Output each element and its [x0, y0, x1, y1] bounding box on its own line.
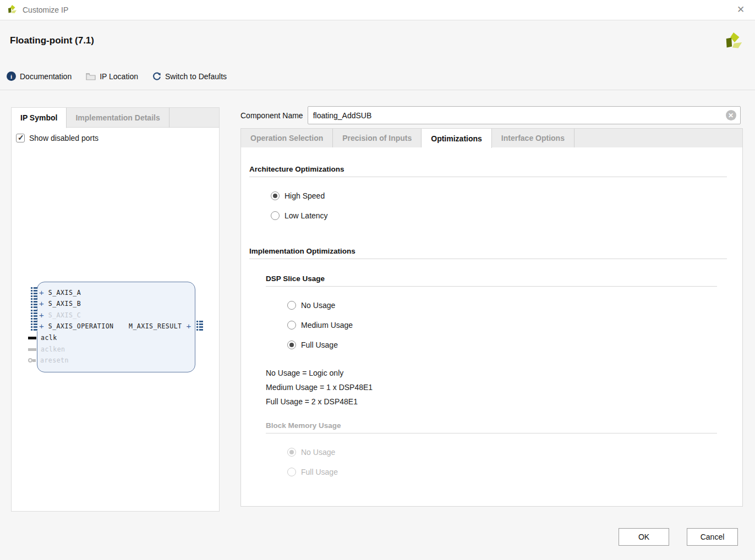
show-disabled-ports-row[interactable]: Show disabled ports: [16, 134, 99, 142]
port-row[interactable]: M_AXIS_RESULT +: [129, 321, 191, 332]
xilinx-logo-large: [723, 31, 744, 53]
port-label: S_AXIS_OPERATION: [48, 322, 114, 330]
expand-plus-icon[interactable]: +: [39, 322, 44, 330]
clock-enable-stub-icon: [28, 348, 36, 351]
bram-full-usage-radio: [287, 468, 296, 476]
ip-location-label: IP Location: [100, 72, 138, 81]
component-name-label: Component Name: [240, 111, 303, 120]
folder-icon: [86, 73, 96, 80]
section-divider: [249, 177, 727, 177]
architecture-optimizations-header: Architecture Optimizations: [249, 165, 344, 173]
high-speed-radio[interactable]: [271, 191, 280, 200]
dsp-no-usage-radio[interactable]: [287, 301, 296, 310]
bram-no-usage-label: No Usage: [301, 448, 335, 457]
tab-operation-selection[interactable]: Operation Selection: [241, 129, 333, 147]
documentation-button[interactable]: i Documentation: [7, 72, 72, 81]
expand-plus-icon[interactable]: +: [39, 289, 44, 297]
bram-no-usage-radio: [287, 448, 296, 457]
bram-full-usage-radio-row: Full Usage: [287, 468, 338, 476]
dsp-note-3: Full Usage = 2 x DSP48E1: [266, 397, 358, 406]
expand-plus-icon[interactable]: +: [187, 322, 192, 330]
reset-ring-icon: [28, 358, 32, 363]
optimizations-content: Architecture Optimizations High Speed Lo…: [240, 147, 743, 507]
port-label: S_AXIS_B: [48, 300, 81, 308]
xilinx-logo-small: [7, 4, 18, 15]
show-disabled-ports-label: Show disabled ports: [29, 134, 99, 142]
switch-to-defaults-label: Switch to Defaults: [165, 72, 227, 81]
port-row[interactable]: aresetn: [28, 355, 69, 366]
bram-no-usage-radio-row: No Usage: [287, 448, 335, 457]
dsp-full-usage-radio-row[interactable]: Full Usage: [287, 341, 338, 349]
port-label: S_AXIS_C: [48, 311, 81, 319]
dsp-full-usage-label: Full Usage: [301, 341, 338, 349]
implementation-optimizations-header: Implementation Optimizations: [249, 247, 355, 255]
config-tab-strip: Operation Selection Precision of Inputs …: [240, 128, 743, 148]
tab-interface-options[interactable]: Interface Options: [492, 129, 575, 147]
refresh-icon: [152, 72, 161, 81]
cancel-button[interactable]: Cancel: [687, 528, 738, 546]
bus-connector-icon: [196, 321, 203, 331]
section-divider: [266, 433, 717, 433]
bus-connector-icon: [31, 310, 37, 320]
dsp-slice-usage-header: DSP Slice Usage: [266, 274, 325, 283]
low-latency-label: Low Latency: [285, 211, 328, 220]
dsp-medium-usage-radio-row[interactable]: Medium Usage: [287, 321, 353, 330]
tab-optimizations[interactable]: Optimizations: [422, 128, 492, 148]
bram-full-usage-label: Full Usage: [301, 468, 338, 476]
tab-implementation-details[interactable]: Implementation Details: [67, 108, 169, 128]
port-row[interactable]: + S_AXIS_B: [39, 298, 81, 309]
title-bar: Customize IP ✕: [0, 0, 755, 20]
clear-input-icon[interactable]: ✕: [726, 110, 736, 120]
bus-connector-icon: [31, 287, 37, 298]
bus-connector-icon: [31, 321, 37, 331]
dsp-note-1: No Usage = Logic only: [266, 369, 343, 377]
show-disabled-ports-checkbox[interactable]: [16, 134, 25, 142]
dsp-full-usage-radio[interactable]: [287, 341, 296, 349]
reset-stub-icon: [32, 359, 36, 362]
header-band: Floating-point (7.1) i Documentation IP …: [0, 21, 755, 90]
page-title: Floating-point (7.1): [10, 35, 94, 46]
port-label: aclken: [41, 345, 65, 353]
documentation-label: Documentation: [20, 72, 72, 81]
port-row[interactable]: + S_AXIS_A: [39, 287, 81, 298]
block-memory-usage-header: Block Memory Usage: [266, 421, 341, 430]
dsp-medium-usage-radio[interactable]: [287, 321, 296, 330]
ok-button[interactable]: OK: [619, 528, 669, 546]
low-latency-radio[interactable]: [271, 211, 280, 220]
port-row[interactable]: + S_AXIS_C: [39, 310, 81, 321]
high-speed-radio-row[interactable]: High Speed: [271, 191, 325, 200]
port-label: M_AXIS_RESULT: [129, 322, 182, 330]
component-name-input[interactable]: [308, 106, 741, 124]
dsp-no-usage-label: No Usage: [301, 301, 335, 310]
clock-stub-icon: [28, 337, 36, 339]
dsp-medium-usage-label: Medium Usage: [301, 321, 353, 330]
left-tab-strip: IP Symbol Implementation Details: [12, 108, 219, 128]
expand-plus-icon[interactable]: +: [39, 311, 44, 319]
port-label: aresetn: [40, 356, 69, 364]
close-icon[interactable]: ✕: [734, 3, 747, 17]
bus-connector-icon: [31, 298, 37, 309]
dsp-no-usage-radio-row[interactable]: No Usage: [287, 301, 335, 310]
info-icon: i: [7, 72, 16, 81]
ip-location-button[interactable]: IP Location: [86, 72, 138, 81]
port-label: aclk: [41, 334, 57, 342]
toolbar: i Documentation IP Location Switch to De…: [7, 72, 227, 81]
low-latency-radio-row[interactable]: Low Latency: [271, 211, 328, 220]
high-speed-label: High Speed: [285, 191, 325, 200]
section-divider: [249, 259, 727, 259]
expand-plus-icon[interactable]: +: [39, 300, 44, 308]
port-row[interactable]: aclken: [28, 344, 65, 355]
port-row[interactable]: + S_AXIS_OPERATION: [39, 321, 114, 332]
tab-precision-of-inputs[interactable]: Precision of Inputs: [333, 129, 422, 147]
switch-to-defaults-button[interactable]: Switch to Defaults: [152, 72, 227, 81]
tab-ip-symbol[interactable]: IP Symbol: [12, 108, 67, 128]
dsp-note-2: Medium Usage = 1 x DSP48E1: [266, 383, 373, 392]
window-title: Customize IP: [23, 6, 68, 14]
section-divider: [266, 286, 717, 287]
component-name-row: Component Name ✕: [240, 106, 741, 124]
port-label: S_AXIS_A: [48, 289, 81, 297]
ip-symbol-panel: IP Symbol Implementation Details Show di…: [11, 107, 220, 512]
port-row[interactable]: aclk: [28, 332, 57, 343]
